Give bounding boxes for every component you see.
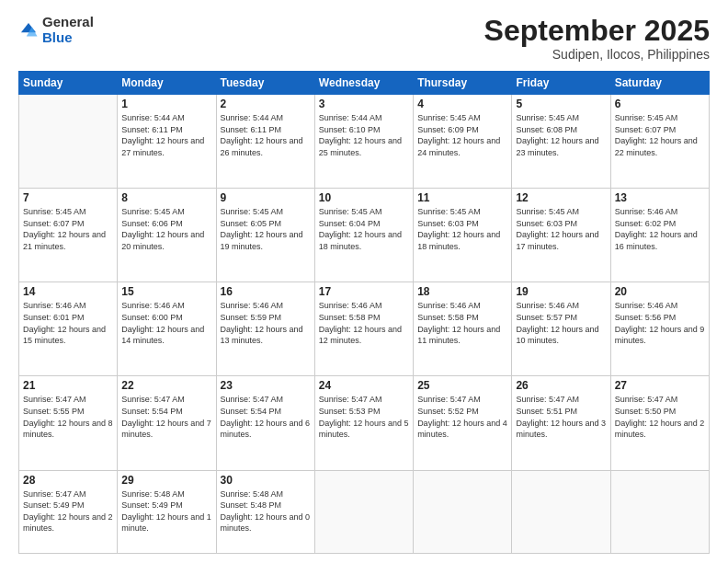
- day-number: 13: [615, 191, 705, 204]
- cell-info: Sunrise: 5:47 AMSunset: 5:54 PMDaylight:…: [221, 394, 311, 440]
- cell-info: Sunrise: 5:44 AMSunset: 6:11 PMDaylight:…: [121, 112, 211, 158]
- day-number: 21: [23, 379, 113, 392]
- cell-info: Sunrise: 5:45 AMSunset: 6:04 PMDaylight:…: [319, 206, 409, 252]
- cell-info: Sunrise: 5:45 AMSunset: 6:05 PMDaylight:…: [221, 206, 311, 252]
- table-row: 11Sunrise: 5:45 AMSunset: 6:03 PMDayligh…: [414, 189, 512, 282]
- table-row: 29Sunrise: 5:48 AMSunset: 5:49 PMDayligh…: [118, 470, 216, 554]
- day-number: 7: [23, 191, 113, 204]
- header: General Blue September 2025 Sudipen, Ilo…: [18, 15, 710, 62]
- cell-info: Sunrise: 5:45 AMSunset: 6:08 PMDaylight:…: [516, 112, 606, 158]
- table-row: 6Sunrise: 5:45 AMSunset: 6:07 PMDaylight…: [610, 95, 709, 189]
- calendar-header-row: Sunday Monday Tuesday Wednesday Thursday…: [19, 72, 710, 95]
- day-number: 12: [516, 191, 606, 204]
- table-row: 21Sunrise: 5:47 AMSunset: 5:55 PMDayligh…: [19, 376, 118, 470]
- title-block: September 2025 Sudipen, Ilocos, Philippi…: [484, 15, 710, 62]
- day-number: 5: [516, 98, 606, 110]
- table-row: 23Sunrise: 5:47 AMSunset: 5:54 PMDayligh…: [216, 376, 314, 470]
- day-number: 22: [121, 379, 211, 392]
- cell-info: Sunrise: 5:47 AMSunset: 5:53 PMDaylight:…: [319, 394, 409, 440]
- col-monday: Monday: [118, 72, 216, 95]
- day-number: 27: [615, 379, 705, 392]
- day-number: 17: [319, 285, 409, 298]
- table-row: 27Sunrise: 5:47 AMSunset: 5:50 PMDayligh…: [610, 376, 709, 470]
- table-row: 13Sunrise: 5:46 AMSunset: 6:02 PMDayligh…: [610, 189, 709, 282]
- logo-text: General Blue: [42, 15, 94, 45]
- table-row: 5Sunrise: 5:45 AMSunset: 6:08 PMDaylight…: [512, 95, 610, 189]
- cell-info: Sunrise: 5:47 AMSunset: 5:49 PMDaylight:…: [23, 488, 113, 534]
- table-row: 7Sunrise: 5:45 AMSunset: 6:07 PMDaylight…: [19, 189, 118, 282]
- table-row: 1Sunrise: 5:44 AMSunset: 6:11 PMDaylight…: [118, 95, 216, 189]
- col-saturday: Saturday: [610, 72, 709, 95]
- day-number: 20: [615, 285, 705, 298]
- day-number: 9: [221, 191, 311, 204]
- day-number: 14: [23, 285, 113, 298]
- day-number: 18: [417, 285, 507, 298]
- col-wednesday: Wednesday: [314, 72, 413, 95]
- logo-general: General: [42, 15, 94, 30]
- table-row: 10Sunrise: 5:45 AMSunset: 6:04 PMDayligh…: [314, 189, 413, 282]
- table-row: 28Sunrise: 5:47 AMSunset: 5:49 PMDayligh…: [19, 470, 118, 554]
- table-row: 8Sunrise: 5:45 AMSunset: 6:06 PMDaylight…: [118, 189, 216, 282]
- table-row: 22Sunrise: 5:47 AMSunset: 5:54 PMDayligh…: [118, 376, 216, 470]
- calendar-table: Sunday Monday Tuesday Wednesday Thursday…: [18, 71, 710, 554]
- day-number: 6: [615, 98, 705, 110]
- logo: General Blue: [18, 15, 94, 45]
- location-subtitle: Sudipen, Ilocos, Philippines: [484, 47, 710, 62]
- cell-info: Sunrise: 5:44 AMSunset: 6:11 PMDaylight:…: [221, 112, 311, 158]
- table-row: 17Sunrise: 5:46 AMSunset: 5:58 PMDayligh…: [314, 282, 413, 376]
- day-number: 25: [417, 379, 507, 392]
- table-row: 16Sunrise: 5:46 AMSunset: 5:59 PMDayligh…: [216, 282, 314, 376]
- table-row: 18Sunrise: 5:46 AMSunset: 5:58 PMDayligh…: [414, 282, 512, 376]
- cell-info: Sunrise: 5:47 AMSunset: 5:52 PMDaylight:…: [417, 394, 507, 440]
- cell-info: Sunrise: 5:47 AMSunset: 5:54 PMDaylight:…: [121, 394, 211, 440]
- day-number: 11: [417, 191, 507, 204]
- day-number: 19: [516, 285, 606, 298]
- table-row: 20Sunrise: 5:46 AMSunset: 5:56 PMDayligh…: [610, 282, 709, 376]
- logo-icon: [18, 20, 39, 40]
- cell-info: Sunrise: 5:46 AMSunset: 6:00 PMDaylight:…: [121, 300, 211, 346]
- day-number: 2: [221, 98, 311, 110]
- cell-info: Sunrise: 5:47 AMSunset: 5:51 PMDaylight:…: [516, 394, 606, 440]
- cell-info: Sunrise: 5:44 AMSunset: 6:10 PMDaylight:…: [319, 112, 409, 158]
- table-row: 25Sunrise: 5:47 AMSunset: 5:52 PMDayligh…: [414, 376, 512, 470]
- cell-info: Sunrise: 5:46 AMSunset: 5:56 PMDaylight:…: [615, 300, 705, 346]
- col-thursday: Thursday: [414, 72, 512, 95]
- table-row: [19, 95, 118, 189]
- col-friday: Friday: [512, 72, 610, 95]
- cell-info: Sunrise: 5:48 AMSunset: 5:49 PMDaylight:…: [121, 488, 211, 534]
- day-number: 29: [121, 474, 211, 487]
- cell-info: Sunrise: 5:46 AMSunset: 6:02 PMDaylight:…: [615, 206, 705, 252]
- table-row: [414, 470, 512, 554]
- col-sunday: Sunday: [19, 72, 118, 95]
- day-number: 16: [221, 285, 311, 298]
- cell-info: Sunrise: 5:45 AMSunset: 6:07 PMDaylight:…: [615, 112, 705, 158]
- cell-info: Sunrise: 5:45 AMSunset: 6:03 PMDaylight:…: [417, 206, 507, 252]
- col-tuesday: Tuesday: [216, 72, 314, 95]
- table-row: [314, 470, 413, 554]
- cell-info: Sunrise: 5:45 AMSunset: 6:06 PMDaylight:…: [121, 206, 211, 252]
- table-row: [610, 470, 709, 554]
- day-number: 26: [516, 379, 606, 392]
- day-number: 24: [319, 379, 409, 392]
- cell-info: Sunrise: 5:46 AMSunset: 5:58 PMDaylight:…: [319, 300, 409, 346]
- cell-info: Sunrise: 5:46 AMSunset: 5:59 PMDaylight:…: [221, 300, 311, 346]
- table-row: 9Sunrise: 5:45 AMSunset: 6:05 PMDaylight…: [216, 189, 314, 282]
- day-number: 23: [221, 379, 311, 392]
- day-number: 15: [121, 285, 211, 298]
- day-number: 4: [417, 98, 507, 110]
- cell-info: Sunrise: 5:47 AMSunset: 5:55 PMDaylight:…: [23, 394, 113, 440]
- table-row: 12Sunrise: 5:45 AMSunset: 6:03 PMDayligh…: [512, 189, 610, 282]
- cell-info: Sunrise: 5:45 AMSunset: 6:09 PMDaylight:…: [417, 112, 507, 158]
- cell-info: Sunrise: 5:46 AMSunset: 6:01 PMDaylight:…: [23, 300, 113, 346]
- day-number: 30: [221, 474, 311, 487]
- table-row: 19Sunrise: 5:46 AMSunset: 5:57 PMDayligh…: [512, 282, 610, 376]
- table-row: 2Sunrise: 5:44 AMSunset: 6:11 PMDaylight…: [216, 95, 314, 189]
- cell-info: Sunrise: 5:46 AMSunset: 5:57 PMDaylight:…: [516, 300, 606, 346]
- day-number: 3: [319, 98, 409, 110]
- day-number: 1: [121, 98, 211, 110]
- day-number: 8: [121, 191, 211, 204]
- day-number: 28: [23, 474, 113, 487]
- calendar-page: General Blue September 2025 Sudipen, Ilo…: [0, 0, 728, 563]
- cell-info: Sunrise: 5:47 AMSunset: 5:50 PMDaylight:…: [615, 394, 705, 440]
- cell-info: Sunrise: 5:46 AMSunset: 5:58 PMDaylight:…: [417, 300, 507, 346]
